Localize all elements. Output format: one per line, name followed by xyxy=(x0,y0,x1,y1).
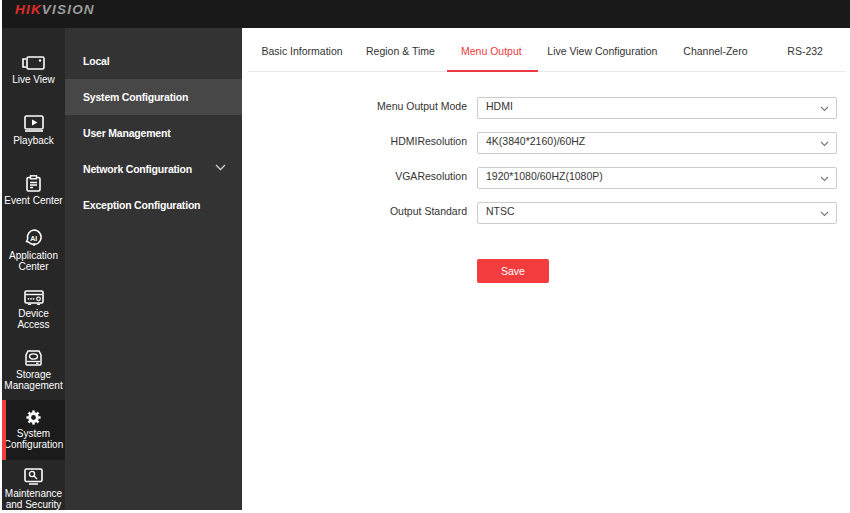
svg-text:AI: AI xyxy=(30,234,37,241)
